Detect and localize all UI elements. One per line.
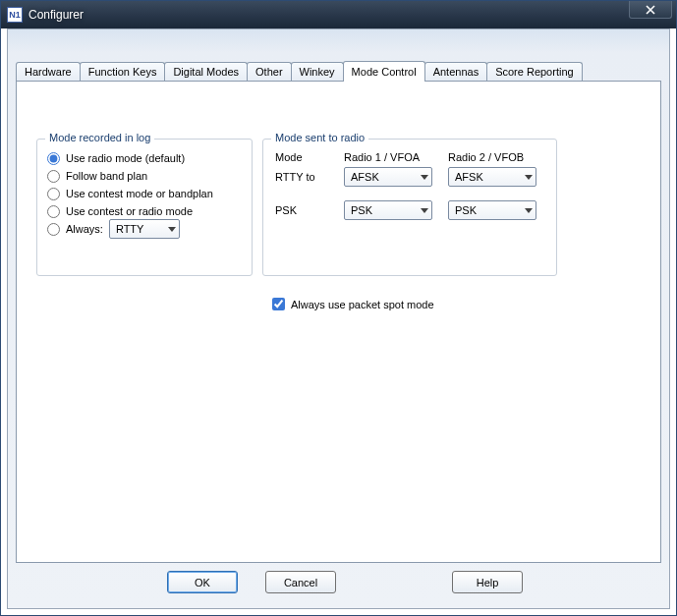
radio-input[interactable]: [47, 152, 60, 165]
combo-value: AFSK: [351, 171, 379, 183]
radio-list: Use radio mode (default) Follow band pla…: [47, 149, 244, 238]
radio-label: Use contest mode or bandplan: [66, 188, 213, 199]
tab-antennas[interactable]: Antennas: [424, 62, 487, 81]
combo-rtty-radio2[interactable]: AFSK: [448, 167, 536, 187]
radio-label: Use radio mode (default): [66, 152, 185, 164]
combo-value: PSK: [351, 204, 372, 216]
window-title: Configurer: [28, 8, 84, 22]
client-area: Hardware Function Keys Digital Modes Oth…: [7, 28, 670, 609]
tab-label: Other: [255, 66, 283, 78]
tab-page-mode-control: Mode recorded in log Use radio mode (def…: [16, 81, 661, 563]
tab-other[interactable]: Other: [247, 62, 292, 81]
combo-psk-radio2[interactable]: PSK: [448, 200, 536, 220]
checkbox-always-use-packet-spot-mode[interactable]: Always use packet spot mode: [272, 298, 434, 310]
radio-input[interactable]: [47, 205, 60, 218]
radio-input[interactable]: [47, 188, 60, 200]
radio-label: Always:: [66, 223, 103, 235]
ok-button[interactable]: OK: [167, 571, 238, 593]
help-button[interactable]: Help: [452, 571, 523, 593]
group-legend: Mode sent to radio: [271, 132, 368, 143]
button-label: OK: [195, 577, 210, 588]
checkbox-label: Always use packet spot mode: [291, 299, 434, 310]
radio-always-row: Always: RTTY: [47, 220, 244, 238]
tab-digital-modes[interactable]: Digital Modes: [164, 62, 248, 81]
label-radio1: Radio 1 / VFOA: [344, 151, 420, 163]
combo-value: PSK: [455, 204, 477, 216]
button-label: Cancel: [284, 577, 317, 588]
radio-always[interactable]: [47, 223, 60, 236]
always-mode-combo[interactable]: RTTY: [109, 219, 180, 239]
chevron-down-icon: [168, 227, 176, 232]
chevron-down-icon: [421, 208, 428, 213]
tab-label: Digital Modes: [173, 66, 239, 78]
combo-psk-radio1[interactable]: PSK: [344, 200, 432, 220]
tab-function-keys[interactable]: Function Keys: [80, 62, 166, 81]
cancel-button[interactable]: Cancel: [265, 571, 336, 593]
combo-value: AFSK: [455, 171, 483, 183]
tab-hardware[interactable]: Hardware: [16, 62, 81, 81]
radio-input[interactable]: [47, 170, 60, 183]
group-mode-sent-to-radio: Mode sent to radio Mode Radio 1 / VFOA R…: [262, 139, 557, 276]
group-mode-recorded-in-log: Mode recorded in log Use radio mode (def…: [36, 139, 253, 276]
radio-label: Follow band plan: [66, 170, 147, 182]
tab-label: Winkey: [300, 66, 335, 78]
label-psk: PSK: [275, 204, 297, 216]
radio-use-contest-mode-or-bandplan[interactable]: Use contest mode or bandplan: [47, 185, 244, 202]
app-icon: N1: [7, 7, 23, 23]
close-button[interactable]: [629, 1, 672, 19]
close-icon: [645, 5, 656, 15]
chevron-down-icon: [421, 175, 428, 180]
configurer-window: N1 Configurer Hardware Function Keys Dig…: [0, 0, 677, 616]
radio-use-radio-mode[interactable]: Use radio mode (default): [47, 149, 244, 167]
button-bar: OK Cancel Help: [8, 571, 669, 598]
tab-label: Mode Control: [352, 66, 417, 78]
tab-mode-control[interactable]: Mode Control: [343, 61, 425, 82]
radio-label: Use contest or radio mode: [66, 205, 193, 217]
combo-rtty-radio1[interactable]: AFSK: [344, 167, 432, 187]
radio-use-contest-or-radio-mode[interactable]: Use contest or radio mode: [47, 202, 244, 220]
titlebar: N1 Configurer: [1, 1, 676, 28]
tab-label: Score Reporting: [495, 66, 574, 78]
tab-strip: Hardware Function Keys Digital Modes Oth…: [16, 59, 661, 81]
group-legend: Mode recorded in log: [45, 132, 154, 143]
tab-label: Hardware: [25, 66, 72, 78]
checkbox-input[interactable]: [272, 298, 285, 310]
chevron-down-icon: [525, 175, 533, 180]
tab-label: Function Keys: [88, 66, 157, 78]
label-mode: Mode: [275, 151, 303, 163]
tab-score-reporting[interactable]: Score Reporting: [486, 62, 583, 81]
button-label: Help: [477, 577, 499, 588]
combo-value: RTTY: [116, 223, 144, 235]
label-rtty-to: RTTY to: [275, 171, 315, 183]
radio-follow-band-plan[interactable]: Follow band plan: [47, 167, 244, 185]
tab-winkey[interactable]: Winkey: [291, 62, 344, 81]
label-radio2: Radio 2 / VFOB: [448, 151, 524, 163]
tab-label: Antennas: [433, 66, 479, 78]
chevron-down-icon: [525, 208, 533, 213]
